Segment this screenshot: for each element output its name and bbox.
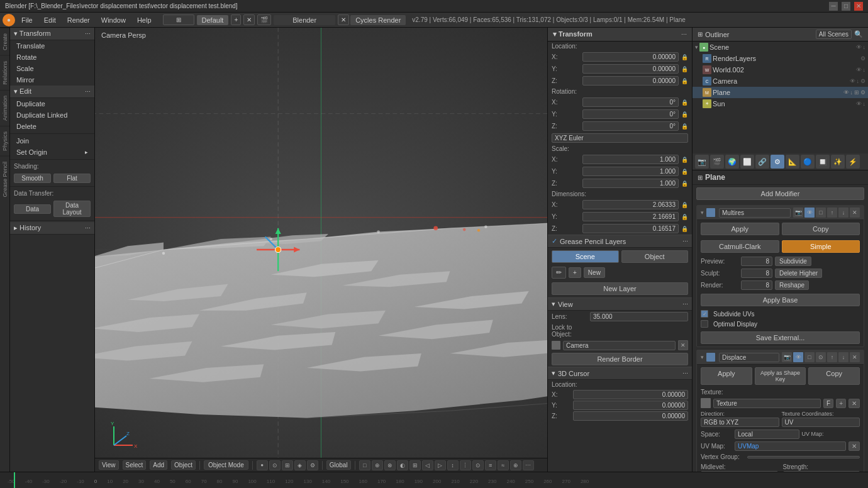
engine-select[interactable]: Cycles Render [350, 15, 406, 25]
layout-add[interactable]: + [231, 14, 241, 25]
scale-z-input[interactable]: 1.000 [582, 179, 679, 188]
sidebar-mirror[interactable]: Mirror [10, 74, 94, 86]
camera-close-btn[interactable]: ✕ [678, 340, 688, 350]
tab-physics[interactable]: Physics [0, 126, 9, 156]
midlevel-input[interactable]: 0.000 [701, 471, 778, 472]
scene-close[interactable]: ✕ [338, 14, 349, 25]
close-button[interactable]: ✕ [854, 2, 863, 11]
rot-z-input[interactable]: 0° [582, 121, 679, 131]
outliner-search-icon[interactable]: 🔍 [854, 30, 863, 38]
dim-x-lock[interactable]: 🔒 [681, 202, 688, 208]
grease-section-header[interactable]: ✓ Grease Pencil Layers ⋯ [548, 235, 692, 248]
cam-extra-icon[interactable]: ⚙ [860, 78, 865, 84]
tab-animation[interactable]: Animation [0, 90, 9, 126]
displace-collapse-icon[interactable]: ▾ [701, 354, 704, 360]
grease-pencil-icon[interactable]: ✏ [552, 267, 566, 279]
sidebar-duplicate-linked[interactable]: Duplicate Linked [10, 109, 94, 121]
view-section-header[interactable]: ▾ View ⋯ [548, 297, 692, 311]
sculpt-input[interactable]: 8 [741, 269, 772, 278]
render-input[interactable]: 8 [741, 280, 772, 290]
prop-icon-texture[interactable]: 🔲 [816, 155, 830, 169]
cursor-z-input[interactable]: 0.00000 [573, 411, 688, 421]
layout-select[interactable]: Default [197, 15, 229, 25]
prop-icon-scene[interactable]: 🎬 [710, 155, 724, 169]
scale-z-lock[interactable]: 🔒 [681, 180, 688, 187]
history-section-header[interactable]: ▸ History ⋯ [10, 222, 94, 235]
texture-remove-btn[interactable]: ✕ [849, 399, 860, 408]
render-icon-5[interactable]: ⊞ [409, 460, 421, 470]
grease-plus-btn[interactable]: + [569, 267, 581, 278]
displace-editmode-icon[interactable]: □ [804, 352, 815, 362]
dim-z-lock[interactable]: 🔒 [681, 226, 688, 232]
sun-sel-icon[interactable]: ↓ [863, 101, 866, 107]
prop-icon-render[interactable]: 📷 [695, 155, 709, 169]
rot-mode-select[interactable]: XYZ Euler [552, 133, 688, 143]
new-layer-button[interactable]: New Layer [552, 282, 688, 295]
nav-add-btn[interactable]: Add [150, 460, 167, 470]
data-layout-btn[interactable]: Data Layout [53, 201, 91, 217]
nav-view-btn[interactable]: View [99, 460, 119, 470]
outliner-sun[interactable]: ☀ Sun 👁 ↓ [693, 98, 868, 109]
multires-collapse-icon[interactable]: ▾ [701, 209, 704, 216]
texture-add-btn[interactable]: + [836, 399, 846, 408]
catmull-clark-btn[interactable]: Catmull-Clark [701, 240, 779, 253]
prop-icon-constraints[interactable]: 🔗 [755, 155, 769, 169]
direction-select[interactable]: RGB to XYZ [701, 418, 779, 427]
prop-icon-data[interactable]: 📐 [786, 155, 799, 169]
menu-edit[interactable]: Edit [39, 15, 61, 25]
add-modifier-button[interactable]: Add Modifier [696, 187, 864, 200]
scale-y-lock[interactable]: 🔒 [681, 169, 688, 175]
data-btn[interactable]: Data [14, 204, 51, 214]
render-icon-7[interactable]: ▷ [435, 460, 446, 470]
cursor-section-header[interactable]: ▾ 3D Cursor ⋯ [548, 367, 692, 380]
dim-y-lock[interactable]: 🔒 [681, 214, 688, 220]
scale-x-lock[interactable]: 🔒 [681, 157, 688, 163]
nav-icon-4[interactable]: ◈ [294, 460, 306, 470]
nav-global-btn[interactable]: Global [326, 460, 351, 470]
render-icon-3[interactable]: ⊗ [384, 460, 396, 470]
cursor-y-input[interactable]: 0.00000 [573, 401, 688, 410]
subdivide-btn[interactable]: Subdivide [775, 257, 811, 266]
sidebar-translate[interactable]: Translate [10, 40, 94, 52]
grease-expand[interactable]: ⋯ [682, 238, 688, 245]
multires-apply-btn[interactable]: Apply [701, 223, 779, 235]
render-icon-1[interactable]: □ [359, 460, 370, 470]
tex-coords-select[interactable]: UV [782, 418, 860, 427]
subdivide-uvs-check[interactable]: ✓ [701, 310, 708, 318]
sidebar-delete[interactable]: Delete [10, 121, 94, 132]
displace-extra-icon[interactable]: ⊙ [816, 352, 826, 362]
displace-copy-btn[interactable]: Copy [808, 367, 860, 385]
outliner-renderlayers[interactable]: R RenderLayers ⚙ [693, 53, 868, 64]
texture-name-input[interactable]: Texture [713, 399, 821, 408]
render-icon-4[interactable]: ◐ [397, 460, 408, 470]
nav-icon-3[interactable]: ⊞ [282, 460, 293, 470]
edit-section-header[interactable]: ▾ Edit ⋯ [10, 86, 94, 98]
grease-new-btn[interactable]: New [584, 267, 605, 278]
loc-y-input[interactable]: 0.00000 [582, 64, 679, 74]
cursor-x-input[interactable]: 0.00000 [573, 390, 688, 399]
world-sel-icon[interactable]: ↓ [863, 67, 866, 73]
transform-section-header[interactable]: ▾ Transform ⋯ [10, 28, 94, 40]
outliner-plane[interactable]: M Plane 👁 ↓ ⊞ ⚙ [693, 87, 868, 98]
nav-mode-select[interactable]: Object Mode [204, 460, 248, 470]
nav-object-btn[interactable]: Object [171, 460, 196, 470]
reshape-btn[interactable]: Reshape [775, 280, 809, 290]
preview-input[interactable]: 8 [741, 257, 772, 266]
sidebar-scale[interactable]: Scale [10, 63, 94, 74]
scale-y-input[interactable]: 1.000 [582, 167, 679, 176]
cam-sel-icon[interactable]: ↓ [857, 78, 860, 84]
menu-render[interactable]: Render [62, 15, 95, 25]
vertex-group-input[interactable] [747, 456, 860, 458]
scene-select[interactable]: Blender [274, 15, 335, 25]
icon-mode-select[interactable]: ⊞ [163, 14, 194, 25]
displace-delete-icon[interactable]: ✕ [850, 352, 860, 362]
multires-name-input[interactable]: Multires [719, 208, 791, 218]
render-icon-12[interactable]: ≈ [498, 460, 509, 470]
apply-base-btn[interactable]: Apply Base [701, 294, 860, 306]
outliner-icon-btn[interactable]: ⊞ [698, 31, 703, 38]
strength-input[interactable]: 0.100 [783, 471, 860, 472]
grease-object-btn[interactable]: Object [621, 250, 689, 263]
world-vis-icon[interactable]: 👁 [856, 67, 862, 73]
displace-down-icon[interactable]: ↓ [838, 352, 849, 362]
rot-x-input[interactable]: 0° [582, 97, 679, 107]
